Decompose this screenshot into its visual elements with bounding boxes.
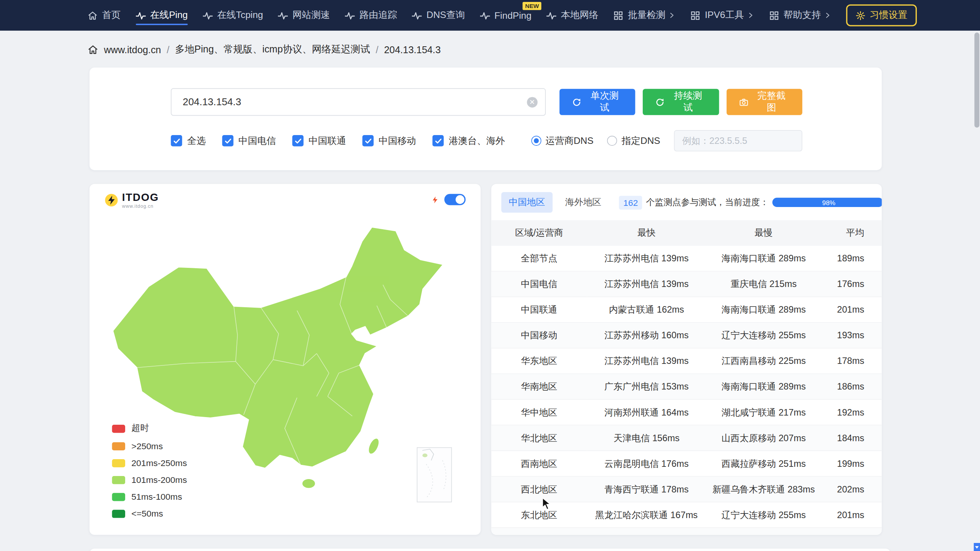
checkbox-hmt-overseas[interactable]: 港澳台、海外 (433, 135, 505, 147)
breadcrumb-current: 204.13.154.3 (384, 44, 441, 55)
custom-dns-input[interactable] (674, 130, 802, 152)
table-cell: 江苏苏州电信 139ms (587, 246, 706, 271)
table-cell: 华东地区 (491, 348, 587, 374)
table-cell: 中国联通 (491, 297, 587, 323)
tab-china-region[interactable]: 中国地区 (501, 192, 552, 213)
continuous-test-button[interactable]: 持续测试 (643, 89, 719, 115)
table-cell: 中国电信 (491, 271, 587, 297)
nav-item-help-support[interactable]: 帮助支持 (769, 0, 831, 31)
table-cell: 176ms (821, 271, 882, 297)
breadcrumb-site[interactable]: www.itdog.cn (104, 44, 161, 55)
table-row: 华中地区河南郑州联通 164ms湖北咸宁联通 217ms192ms (491, 399, 882, 425)
legend-swatch (112, 476, 125, 484)
full-screenshot-button[interactable]: 完整截图 (726, 89, 802, 115)
table-cell: 华南地区 (491, 374, 587, 399)
home-icon (88, 44, 98, 55)
full-screenshot-label: 完整截图 (753, 90, 790, 114)
nav-item-online-ping[interactable]: 在线Ping (136, 0, 188, 31)
activity-icon (547, 10, 557, 20)
tab-overseas-region[interactable]: 海外地区 (565, 196, 601, 208)
checkbox-box[interactable] (171, 135, 182, 146)
radio-circle[interactable] (607, 136, 617, 146)
nav-item-ipv6-tools[interactable]: IPV6工具 (691, 0, 754, 31)
legend-label: 超时 (131, 423, 149, 434)
activity-icon (412, 10, 422, 20)
checkbox-china-telecom[interactable]: 中国电信 (222, 135, 276, 147)
radio-custom-dns-label: 指定DNS (622, 135, 660, 147)
checkbox-label: 中国移动 (379, 135, 416, 147)
table-row: 中国移动江苏苏州移动 160ms辽宁大连移动 255ms193ms (491, 323, 882, 348)
column-header: 最慢 (706, 220, 821, 246)
realtime-toggle[interactable] (444, 194, 466, 205)
table-cell: 中国移动 (491, 323, 587, 348)
nav-item-label: 在线Tcping (217, 10, 263, 21)
radio-circle[interactable] (531, 136, 541, 146)
checkbox-china-mobile[interactable]: 中国移动 (363, 135, 416, 147)
page: 首页在线Ping在线Tcping网站测速路由追踪DNS查询FindPingNEW… (0, 0, 980, 551)
legend-swatch (112, 510, 125, 518)
breadcrumb-section[interactable]: 多地Ping、常规版、icmp协议、网络延迟测试 (175, 43, 370, 56)
dns-group: 运营商DNS 指定DNS (531, 130, 802, 152)
activity-icon (203, 10, 213, 20)
progress-text: 个监测点参与测试，当前进度： (646, 197, 769, 208)
refresh-icon (572, 97, 581, 107)
nav-item-dns-query[interactable]: DNS查询 (412, 0, 465, 31)
target-input[interactable] (181, 96, 527, 108)
chevron-right-icon (668, 12, 675, 19)
checkbox-all[interactable]: 全选 (171, 135, 206, 147)
table-cell: 海南海口联通 289ms (706, 297, 821, 323)
scrollbar-thumb[interactable] (974, 33, 979, 127)
table-cell: 西南地区 (491, 451, 587, 476)
nav-item-online-tcping[interactable]: 在线Tcping (203, 0, 263, 31)
nav-item-batch-check[interactable]: 批量检测 (614, 0, 676, 31)
south-china-sea-inset (417, 447, 452, 502)
table-cell: 河南郑州联通 164ms (587, 399, 706, 425)
nav-item-label: 帮助支持 (783, 10, 821, 21)
single-test-button[interactable]: 单次测试 (559, 89, 635, 115)
logo-subtitle: www.itdog.cn (122, 204, 159, 209)
results-table: 区域/运营商最快最慢平均 全部节点江苏苏州电信 139ms海南海口联通 289m… (491, 220, 882, 535)
top-navbar: 首页在线Ping在线Tcping网站测速路由追踪DNS查询FindPingNEW… (0, 0, 980, 31)
target-input-wrap: ✕ (171, 88, 546, 116)
checkbox-box[interactable] (363, 135, 374, 146)
legend-item: 51ms-100ms (112, 492, 187, 502)
legend-swatch (112, 442, 125, 450)
table-cell: 江苏苏州电信 139ms (587, 348, 706, 374)
progress-percentage: 98% (773, 198, 882, 207)
settings-button[interactable]: 习惯设置 (846, 4, 917, 26)
table-row: 西北地区青海西宁联通 178ms新疆乌鲁木齐联通 283ms202ms (491, 476, 882, 502)
table-cell: 192ms (821, 399, 882, 425)
grid-icon (769, 10, 779, 20)
table-cell: 201ms (821, 297, 882, 323)
nav-item-website-speed[interactable]: 网站测速 (278, 0, 330, 31)
nav-item-local-network[interactable]: 本地网络 (547, 0, 599, 31)
new-badge: NEW (523, 2, 541, 10)
nav-item-label: 路由追踪 (359, 10, 397, 21)
settings-label: 习惯设置 (870, 10, 907, 21)
gear-icon (855, 10, 865, 20)
legend-label: >250ms (131, 441, 163, 451)
radio-custom-dns[interactable]: 指定DNS (607, 135, 660, 147)
table-row: 港澳台中国台湾 151ms中国香港 156ms153ms (491, 528, 882, 535)
checkbox-box[interactable] (292, 135, 303, 146)
nav-item-findping[interactable]: FindPingNEW (480, 0, 531, 31)
checkbox-box[interactable] (222, 135, 233, 146)
table-cell: 新疆乌鲁木齐联通 283ms (706, 476, 821, 502)
table-cell: 中国香港 156ms (706, 528, 821, 535)
checkbox-china-unicom[interactable]: 中国联通 (292, 135, 346, 147)
legend-swatch (112, 424, 125, 432)
breadcrumb: www.itdog.cn / 多地Ping、常规版、icmp协议、网络延迟测试 … (88, 43, 980, 56)
nav-item-route-trace[interactable]: 路由追踪 (345, 0, 397, 31)
activity-icon (136, 10, 146, 20)
legend-label: <=50ms (131, 509, 163, 518)
nav-item-label: FindPing (495, 10, 532, 21)
table-cell: 西北地区 (491, 476, 587, 502)
clear-input-icon[interactable]: ✕ (527, 97, 537, 108)
radio-carrier-dns[interactable]: 运营商DNS (531, 135, 593, 147)
radio-carrier-dns-label: 运营商DNS (546, 135, 593, 147)
scrollbar-down-button[interactable] (974, 543, 980, 551)
checkbox-box[interactable] (433, 135, 444, 146)
nav-item-home[interactable]: 首页 (88, 0, 121, 31)
page-scrollbar (974, 0, 980, 551)
breadcrumb-separator: / (167, 44, 169, 55)
